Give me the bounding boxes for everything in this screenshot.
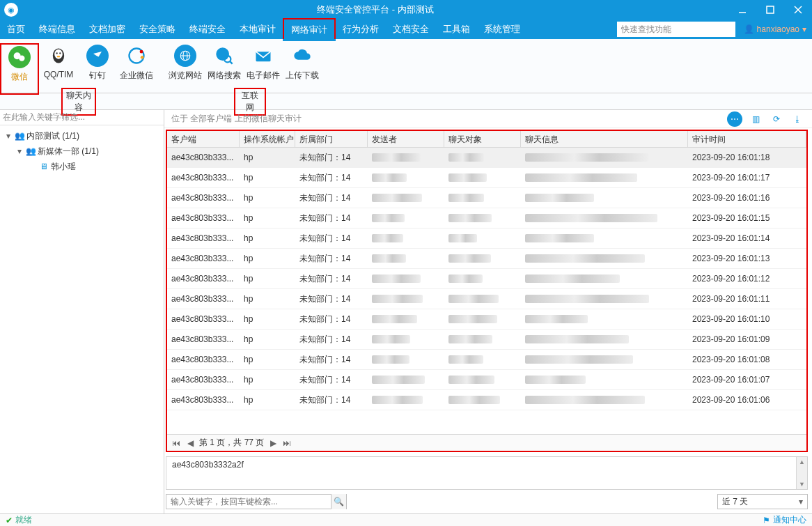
menu-terminal-security[interactable]: 终端安全: [182, 20, 233, 39]
table-row[interactable]: ae43c803b333...hp未知部门：142023-09-20 16:01…: [167, 370, 806, 390]
menu-home[interactable]: 首页: [0, 20, 32, 39]
notification-center[interactable]: ⚑ 通知中心: [763, 514, 806, 526]
cell-os: hp: [240, 294, 295, 304]
table-row[interactable]: ae43c803b333...hp未知部门：142023-09-20 16:01…: [167, 309, 806, 330]
tree-node-dept[interactable]: ▾ 👥 新媒体一部 (1/1): [0, 144, 164, 159]
ribbon-workwx[interactable]: 企业微信: [117, 43, 156, 83]
date-range-select[interactable]: 近 7 天 ▾: [717, 494, 808, 509]
col-msg[interactable]: 聊天信息: [521, 131, 688, 147]
flag-icon: ⚑: [763, 516, 770, 525]
cell-time: 2023-09-20 16:01:11: [688, 294, 806, 304]
table-row[interactable]: ae43c803b333...hp未知部门：142023-09-20 16:01…: [167, 188, 806, 208]
tree-filter-input[interactable]: 在此输入关键字筛选...: [0, 110, 164, 125]
cell-dept: 未知部门：14: [295, 354, 368, 366]
table-row[interactable]: ae43c803b333...hp未知部门：142023-09-20 16:01…: [167, 168, 806, 188]
collapse-icon[interactable]: ▾: [4, 131, 13, 141]
cell-msg: [521, 396, 688, 404]
cell-target: [444, 234, 521, 242]
col-sender[interactable]: 发送者: [368, 131, 444, 147]
table-row[interactable]: ae43c803b333...hp未知部门：142023-09-20 16:01…: [167, 229, 806, 249]
col-target[interactable]: 聊天对象: [444, 131, 521, 147]
cell-sender: [368, 214, 444, 222]
page-first[interactable]: ⏮: [171, 438, 181, 448]
collapse-icon[interactable]: ▾: [15, 146, 24, 156]
close-button[interactable]: [784, 0, 812, 20]
ribbon-qq[interactable]: QQ/TIM: [39, 43, 78, 81]
detail-client-id: ae43c803b3332a2f: [172, 460, 244, 470]
chat-bubble-icon[interactable]: ⋯: [727, 111, 742, 127]
cell-msg: [521, 274, 688, 283]
menu-doc-security[interactable]: 文档安全: [386, 20, 436, 39]
quick-search-input[interactable]: 快速查找功能: [617, 22, 735, 37]
detail-scrollbar[interactable]: [796, 457, 807, 489]
cell-msg: [521, 194, 688, 202]
keyword-input[interactable]: [166, 497, 331, 506]
cell-msg: [521, 153, 688, 162]
col-os[interactable]: 操作系统帐户: [240, 131, 295, 147]
tree-node-root[interactable]: ▾ 👥 内部测试 (1/1): [0, 128, 164, 144]
table-row[interactable]: ae43c803b333...hp未知部门：142023-09-20 16:01…: [167, 330, 806, 350]
tree-node-user[interactable]: 🖥 韩小瑶: [0, 159, 164, 174]
refresh-icon[interactable]: ⟳: [769, 111, 784, 127]
cell-os: hp: [240, 233, 295, 243]
page-last[interactable]: ⏭: [282, 438, 292, 448]
table-row[interactable]: ae43c803b333...hp未知部门：142023-09-20 16:01…: [167, 148, 806, 168]
cell-client: ae43c803b333...: [167, 395, 240, 405]
status-ok-icon: ✔: [6, 516, 13, 525]
cell-time: 2023-09-20 16:01:14: [688, 233, 806, 243]
cell-sender: [368, 376, 444, 384]
ribbon-dingtalk[interactable]: 钉钉: [78, 43, 117, 83]
cell-os: hp: [240, 375, 295, 385]
table-row[interactable]: ae43c803b333...hp未知部门：142023-09-20 16:01…: [167, 350, 806, 370]
minimize-button[interactable]: [728, 0, 756, 20]
monitor-icon: 🖥: [39, 162, 49, 171]
menu-toolbox[interactable]: 工具箱: [436, 20, 477, 39]
page-prev[interactable]: ◀: [185, 438, 195, 448]
cell-dept: 未知部门：14: [295, 233, 368, 245]
download-icon[interactable]: ⭳: [790, 111, 805, 127]
ribbon-browse[interactable]: 浏览网站: [166, 43, 205, 83]
table-row[interactable]: ae43c803b333...hp未知部门：142023-09-20 16:01…: [167, 249, 806, 269]
cell-sender: [368, 194, 444, 202]
globe-search-icon: [213, 45, 235, 67]
email-icon: [252, 45, 274, 67]
table-row[interactable]: ae43c803b333...hp未知部门：142023-09-20 16:01…: [167, 390, 806, 410]
grid-body[interactable]: ae43c803b333...hp未知部门：142023-09-20 16:01…: [167, 148, 806, 434]
col-client[interactable]: 客户端: [167, 131, 240, 147]
cell-time: 2023-09-20 16:01:06: [688, 395, 806, 405]
menu-behavior-analysis[interactable]: 行为分析: [336, 20, 386, 39]
menu-local-audit[interactable]: 本地审计: [233, 20, 283, 39]
page-next[interactable]: ▶: [268, 438, 278, 448]
cell-time: 2023-09-20 16:01:12: [688, 274, 806, 284]
ribbon-updown[interactable]: 上传下载: [283, 43, 322, 83]
svg-point-13: [141, 56, 144, 59]
ribbon-email[interactable]: 电子邮件: [244, 43, 283, 83]
cell-msg: [521, 335, 688, 343]
ribbon-wechat[interactable]: 微信: [0, 43, 39, 95]
columns-icon[interactable]: ▥: [748, 111, 763, 127]
table-row[interactable]: ae43c803b333...hp未知部门：142023-09-20 16:01…: [167, 208, 806, 229]
cell-os: hp: [240, 193, 295, 203]
cell-dept: 未知部门：14: [295, 394, 368, 406]
cell-time: 2023-09-20 16:01:07: [688, 375, 806, 385]
col-dept[interactable]: 所属部门: [295, 131, 368, 147]
ribbon-group-labels: 聊天内容 互联网: [0, 93, 812, 110]
menu-security-policy[interactable]: 安全策略: [132, 20, 182, 39]
search-icon[interactable]: 🔍: [331, 494, 346, 509]
cell-sender: [368, 335, 444, 343]
col-time[interactable]: 审计时间: [688, 131, 806, 147]
menu-terminal-info[interactable]: 终端信息: [32, 20, 82, 39]
cell-os: hp: [240, 355, 295, 364]
table-row[interactable]: ae43c803b333...hp未知部门：142023-09-20 16:01…: [167, 289, 806, 309]
ribbon-websearch[interactable]: 网络搜索: [205, 43, 244, 83]
user-menu[interactable]: 👤 hanxiaoyao ▾: [738, 20, 812, 39]
cell-dept: 未知部门：14: [295, 273, 368, 285]
qq-icon: [47, 45, 70, 67]
table-row[interactable]: ae43c803b333...hp未知部门：142023-09-20 16:01…: [167, 269, 806, 289]
menu-network-audit[interactable]: 网络审计: [283, 18, 336, 39]
menu-doc-encrypt[interactable]: 文档加密: [82, 20, 132, 39]
menu-system-mgmt[interactable]: 系统管理: [477, 20, 527, 39]
cell-msg: [521, 234, 688, 242]
cell-time: 2023-09-20 16:01:08: [688, 355, 806, 364]
maximize-button[interactable]: [756, 0, 784, 20]
